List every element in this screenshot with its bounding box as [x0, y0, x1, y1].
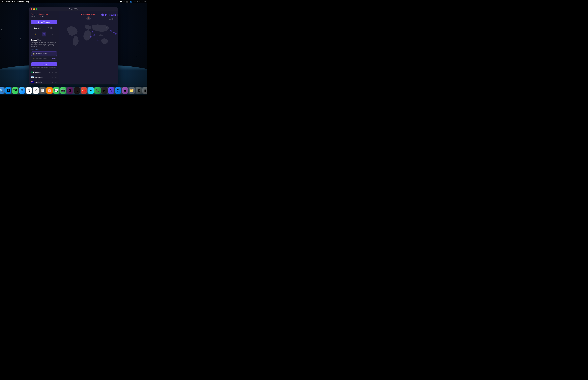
facetime-icon[interactable]: 📷: [60, 87, 66, 94]
home-button[interactable]: 🏠: [87, 16, 91, 20]
country-item-algeria[interactable]: 🇩🇿 Algeria ⇄ ⊕ ▽+: [29, 70, 59, 75]
app-window: Proton VPN You are not connected IP: 151…: [29, 7, 118, 84]
trash-icon[interactable]: 🗑: [142, 87, 147, 94]
tab-countries[interactable]: Countries: [31, 26, 44, 30]
traffic-lights: [31, 8, 38, 10]
app-menu-name[interactable]: ProtonVPN: [6, 0, 16, 3]
signal-bar-3: [111, 19, 111, 20]
quicktime-icon[interactable]: ▶: [101, 87, 108, 94]
signal-bar-7: [114, 18, 114, 20]
minimize-button[interactable]: [33, 8, 35, 10]
country-item-argentina[interactable]: 🇦🇷 Argentina ⊕ ▽+: [29, 75, 59, 80]
slack-icon[interactable]: S: [67, 87, 73, 94]
messages-icon[interactable]: 💬: [53, 87, 59, 94]
vpn-icon[interactable]: V: [108, 87, 114, 94]
edit-filter-icon[interactable]: ✏: [51, 32, 55, 37]
signal-bar-6: [113, 18, 114, 20]
help-menu[interactable]: Help: [25, 0, 29, 3]
plus-badge: Plus: [52, 57, 56, 59]
finder2-icon[interactable]: 📁: [129, 87, 135, 94]
server-marker-af[interactable]: [115, 33, 116, 35]
appstore-icon[interactable]: 🅰: [5, 87, 11, 94]
argentina-tor-icon[interactable]: ⊕: [51, 76, 54, 79]
signal-plus-button[interactable]: +: [115, 18, 116, 20]
australia-connect-icon[interactable]: ▽+: [55, 81, 57, 83]
clipboard-icon[interactable]: 📋: [39, 87, 46, 94]
secure-core-title: Secure Core: [31, 39, 57, 41]
star: [12, 14, 12, 15]
algeria-p2p-icon[interactable]: ⇄: [48, 71, 51, 74]
algeria-tor-icon[interactable]: ⊕: [51, 71, 54, 74]
star: [13, 53, 13, 54]
server-marker-us[interactable]: [92, 31, 94, 32]
server-marker-eu[interactable]: [110, 30, 111, 32]
window-menu[interactable]: Window: [17, 0, 24, 3]
collapse-sidebar-button[interactable]: ‹: [116, 14, 118, 16]
algeria-connect-icon[interactable]: ▽+: [55, 71, 57, 74]
connection-status: You are not connected IP: 151.227.95.28: [29, 11, 59, 19]
apps-icon[interactable]: ◆: [122, 87, 128, 94]
signal-minus-button[interactable]: −: [108, 18, 109, 20]
australia-actions: ⊕ ▽+: [51, 81, 57, 83]
reminders-icon[interactable]: ✓: [33, 87, 39, 94]
server-marker-sa[interactable]: [97, 40, 98, 41]
apple-menu[interactable]: ⌘: [1, 0, 3, 3]
star: [0, 38, 0, 39]
xcode-icon[interactable]: ⚙: [115, 87, 121, 94]
secure-core-on-option[interactable]: 🔒 Secure Core On Plus: [31, 56, 57, 61]
server-marker-us3[interactable]: [94, 35, 95, 36]
server-marker-eu2[interactable]: [113, 32, 114, 33]
star: [9, 37, 10, 37]
star: [127, 59, 127, 59]
star: [2, 45, 2, 46]
secure-core-off-lock-icon: 🔒: [33, 53, 35, 55]
upgrade-button[interactable]: Upgrade: [31, 62, 57, 66]
vpn-text: VPN: [112, 14, 116, 16]
not-connected-text: You are not connected: [31, 13, 57, 15]
menubar-user-icon: 👤: [130, 0, 132, 2]
photos-icon[interactable]: 🌸: [46, 87, 53, 94]
algeria-actions: ⇄ ⊕ ▽+: [48, 71, 57, 74]
proton-logo-icon: [101, 13, 104, 17]
tabs: Countries Profiles: [31, 26, 57, 30]
australia-flag: 🇦🇺: [31, 81, 34, 83]
argentina-flag: 🇦🇷: [31, 76, 34, 79]
plus-icon[interactable]: +: [88, 87, 94, 94]
world-map-svg: [59, 21, 118, 51]
maximize-button[interactable]: [36, 8, 38, 10]
menubar-layout-icon: ⬛: [126, 0, 128, 2]
spotify-icon[interactable]: ♫: [74, 87, 80, 94]
finder-icon[interactable]: 🔍: [0, 87, 5, 94]
signal-controls: − +: [108, 18, 116, 20]
phone-icon[interactable]: 📞: [94, 87, 101, 94]
filter-icons: 🔒 🛡 ✏: [29, 31, 59, 38]
menubar-time-icon: 🕐: [120, 0, 122, 2]
ip-value: 151.227.95.28: [34, 16, 44, 18]
server-list[interactable]: Secure Core Route your most sensitive da…: [29, 38, 59, 84]
notion-icon[interactable]: N: [26, 87, 32, 94]
secure-core-off-option[interactable]: 🔒 Secure Core Off: [31, 52, 57, 56]
secure-core-off-label: Secure Core Off: [36, 53, 47, 55]
shield-filter-icon[interactable]: 🛡: [42, 32, 46, 37]
star: [139, 43, 140, 43]
lock-filter-icon[interactable]: 🔒: [33, 32, 38, 37]
star: [6, 19, 6, 19]
mail-icon[interactable]: ✉: [19, 87, 25, 94]
star: [133, 48, 133, 48]
close-button[interactable]: [31, 8, 32, 10]
learn-more-link[interactable]: Learn more: [31, 48, 57, 50]
control-icon[interactable]: ⊞: [135, 87, 142, 94]
australia-tor-icon[interactable]: ⊕: [51, 81, 54, 83]
maps-icon[interactable]: 🗺: [12, 87, 18, 94]
star: [141, 17, 142, 17]
sidebar: You are not connected IP: 151.227.95.28 …: [29, 11, 59, 84]
star: [88, 7, 88, 7]
quick-connect-button[interactable]: Quick Connect: [31, 20, 57, 24]
menubar-left: ⌘ ProtonVPN Window Help: [1, 0, 29, 3]
argentina-connect-icon[interactable]: ▽+: [55, 76, 57, 79]
server-marker-us2[interactable]: [90, 36, 91, 37]
tab-profiles[interactable]: Profiles: [44, 26, 57, 30]
tomato-icon[interactable]: 🍅: [81, 87, 87, 94]
dock: 🔍🅰🗺✉N✓📋🌸💬📷S♫🍅+📞▶V⚙◆📁⊞🗑: [0, 87, 147, 94]
country-item-australia[interactable]: 🇦🇺 Australia ⊕ ▽+: [29, 80, 59, 84]
